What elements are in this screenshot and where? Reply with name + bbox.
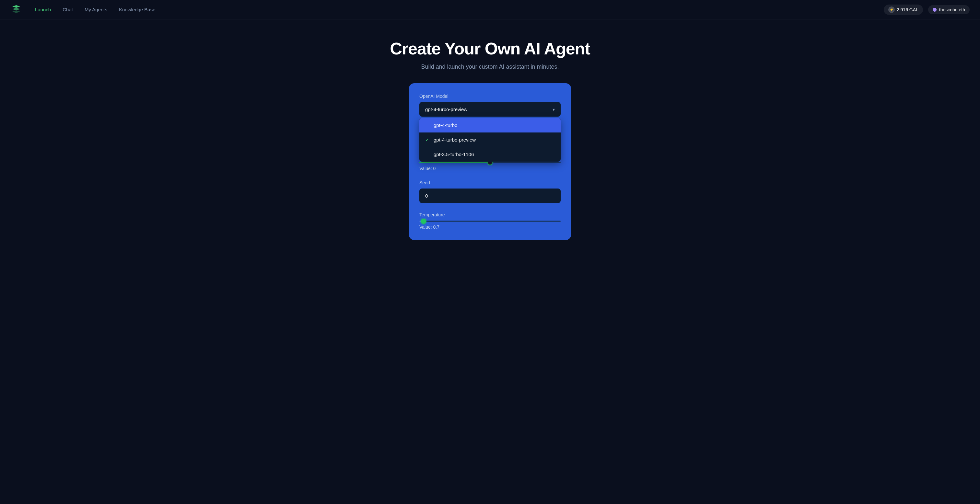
model-label: OpenAI Model — [419, 94, 561, 99]
chevron-down-icon: ▾ — [552, 107, 555, 112]
dropdown-item-gpt4turbo[interactable]: gpt-4-turbo — [419, 118, 561, 132]
nav-link-my-agents[interactable]: My Agents — [84, 7, 107, 12]
gal-icon: ⚡ — [888, 6, 895, 13]
dropdown-item-gpt35turbo[interactable]: gpt-3.5-turbo-1106 — [419, 147, 561, 162]
check-icon: ✓ — [425, 137, 430, 143]
page-title: Create Your Own AI Agent — [390, 39, 590, 58]
temperature-value: Value: 0.7 — [419, 224, 561, 230]
gal-badge: ⚡ 2.916 GAL — [884, 5, 923, 15]
temperature-track — [419, 221, 561, 222]
nav-link-launch[interactable]: Launch — [35, 7, 51, 12]
nav-links: Launch Chat My Agents Knowledge Base — [35, 7, 884, 12]
dropdown-item-gpt4turbopreview[interactable]: ✓ gpt-4-turbo-preview — [419, 132, 561, 147]
page-subtitle: Build and launch your custom AI assistan… — [421, 64, 559, 70]
presence-penalty-track — [419, 162, 561, 163]
wallet-address: thescoho.eth — [939, 7, 965, 12]
seed-input[interactable] — [419, 189, 561, 203]
presence-penalty-fill — [419, 162, 490, 163]
model-field: OpenAI Model gpt-4-turbo-preview ▾ gpt-4… — [419, 94, 561, 117]
main-content: Create Your Own AI Agent Build and launc… — [0, 19, 980, 266]
seed-section: Seed — [419, 180, 561, 203]
model-select-trigger[interactable]: gpt-4-turbo-preview ▾ — [419, 102, 561, 117]
logo[interactable] — [10, 4, 22, 16]
nav-link-chat[interactable]: Chat — [62, 7, 73, 12]
temperature-section: Temperature Value: 0.7 — [419, 212, 561, 230]
wallet-badge[interactable]: thescoho.eth — [928, 5, 970, 14]
nav-right: ⚡ 2.916 GAL thescoho.eth — [884, 5, 970, 15]
dropdown-item-label: gpt-4-turbo — [434, 122, 457, 128]
model-select-wrapper: gpt-4-turbo-preview ▾ gpt-4-turbo ✓ gpt-… — [419, 102, 561, 117]
presence-penalty-value: Value: 0 — [419, 166, 561, 171]
dropdown-item-label: gpt-4-turbo-preview — [434, 137, 476, 143]
seed-label: Seed — [419, 180, 561, 185]
dropdown-item-label: gpt-3.5-turbo-1106 — [434, 152, 474, 157]
temperature-thumb[interactable] — [421, 219, 426, 224]
model-dropdown: gpt-4-turbo ✓ gpt-4-turbo-preview gpt-3.… — [419, 118, 561, 162]
form-card: OpenAI Model gpt-4-turbo-preview ▾ gpt-4… — [409, 83, 571, 240]
temperature-label: Temperature — [419, 212, 561, 217]
model-selected-value: gpt-4-turbo-preview — [425, 107, 467, 112]
navbar: Launch Chat My Agents Knowledge Base ⚡ 2… — [0, 0, 980, 19]
gal-amount: 2.916 GAL — [897, 7, 918, 12]
nav-link-knowledge-base[interactable]: Knowledge Base — [119, 7, 156, 12]
wallet-dot-icon — [933, 8, 937, 12]
